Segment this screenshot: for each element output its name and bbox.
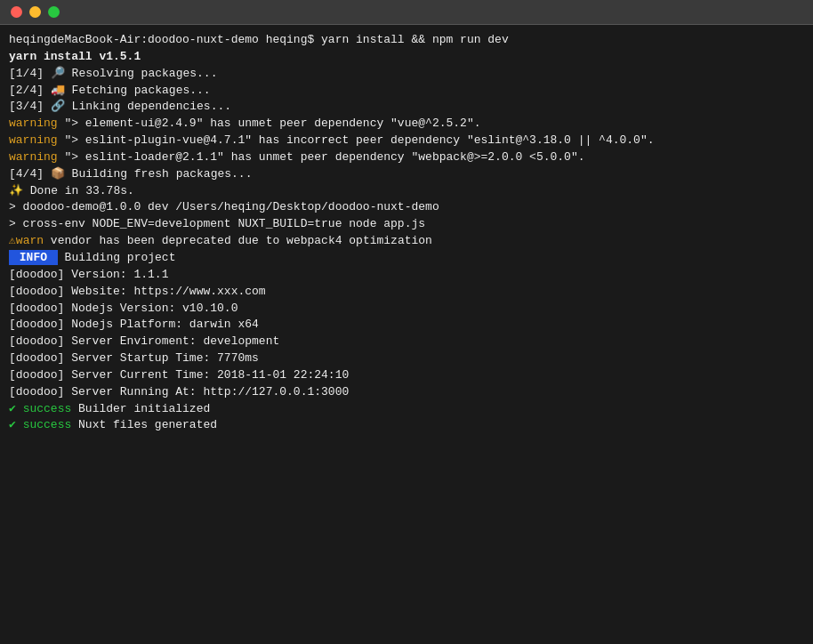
terminal-output: heqingdeMacBook-Air:doodoo-nuxt-demo heq…	[0, 25, 813, 644]
terminal-line: [doodoo] Server Current Time: 2018-11-01…	[9, 367, 804, 384]
terminal-line: [doodoo] Nodejs Platform: darwin x64	[9, 317, 804, 334]
terminal-line: > doodoo-demo@1.0.0 dev /Users/heqing/De…	[9, 199, 804, 216]
terminal-line: [1/4] 🔎 Resolving packages...	[9, 66, 804, 83]
terminal-line: > cross-env NODE_ENV=development NUXT_BU…	[9, 216, 804, 233]
terminal-line: [doodoo] Server Running At: http://127.0…	[9, 384, 804, 401]
terminal-line: INFO Building project	[9, 250, 804, 267]
terminal-line: [doodoo] Website: https://www.xxx.com	[9, 284, 804, 301]
terminal-line: [doodoo] Version: 1.1.1	[9, 267, 804, 284]
terminal-line: ✔ success Builder initialized	[9, 401, 804, 418]
terminal-line: [doodoo] Server Startup Time: 7770ms	[9, 350, 804, 367]
terminal-line: warning "> eslint-plugin-vue@4.7.1" has …	[9, 133, 804, 149]
terminal-line: heqingdeMacBook-Air:doodoo-nuxt-demo heq…	[9, 32, 804, 49]
terminal-line: ✔ success Nuxt files generated	[9, 417, 804, 434]
terminal-line: [doodoo] Nodejs Version: v10.10.0	[9, 301, 804, 318]
terminal-line: yarn install v1.5.1	[9, 49, 804, 66]
terminal-line: [2/4] 🚚 Fetching packages...	[9, 83, 804, 100]
maximize-button[interactable]	[48, 6, 60, 18]
title-bar	[0, 0, 813, 25]
terminal-line: warning "> element-ui@2.4.9" has unmet p…	[9, 116, 804, 133]
window-controls[interactable]	[11, 6, 60, 18]
terminal-line: [3/4] 🔗 Linking dependencies...	[9, 99, 804, 116]
terminal-line: ⚠warn vendor has been deprecated due to …	[9, 233, 804, 250]
info-badge: INFO	[9, 250, 58, 265]
terminal-line: [4/4] 📦 Building fresh packages...	[9, 166, 804, 183]
terminal-line: warning "> eslint-loader@2.1.1" has unme…	[9, 149, 804, 166]
minimize-button[interactable]	[29, 6, 41, 18]
terminal-line: ✨ Done in 33.78s.	[9, 183, 804, 200]
close-button[interactable]	[11, 6, 22, 18]
terminal-line: [doodoo] Server Enviroment: development	[9, 334, 804, 350]
